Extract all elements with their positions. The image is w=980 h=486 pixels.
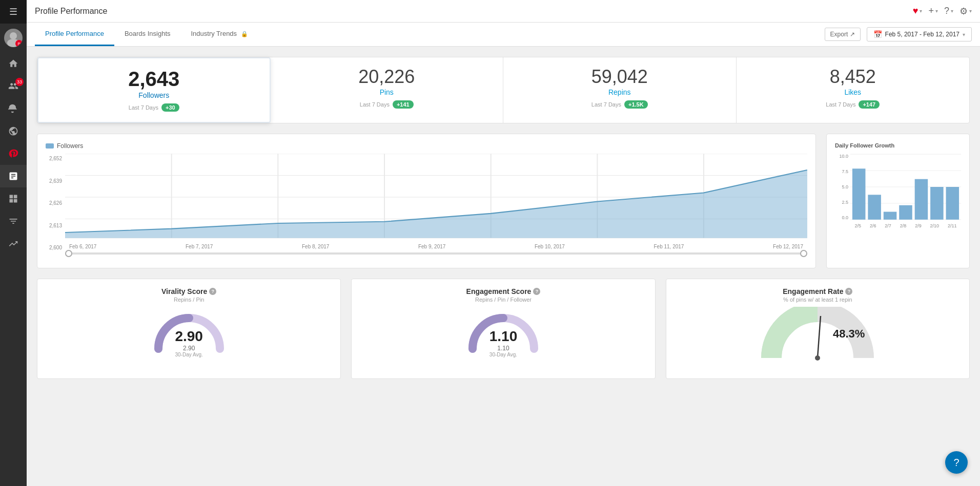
followers-badge: +30: [161, 103, 179, 112]
sidebar-item-discover[interactable]: [0, 120, 27, 142]
tabs: Profile Performance Boards Insights Indu…: [35, 23, 258, 46]
likes-value: 8,452: [747, 68, 959, 86]
lock-icon: 🔒: [241, 31, 248, 37]
followers-value: 2,643: [49, 69, 259, 89]
engagement-help-icon[interactable]: ?: [533, 288, 540, 295]
export-button[interactable]: Export ↗: [825, 28, 861, 41]
engagement-score-card: Engagement Score ? Repins / Pin / Follow…: [351, 279, 655, 379]
engagement-rate-subtitle: % of pins w/ at least 1 repin: [675, 297, 961, 303]
megaphone-icon: [8, 103, 18, 114]
virality-value: 2.90: [148, 328, 230, 345]
svg-point-27: [815, 355, 820, 361]
topbar-title: Profile Performance: [35, 7, 107, 16]
pinterest-icon: [8, 149, 18, 159]
scores-row: Virality Score ? Repins / Pin 2.90: [37, 279, 970, 379]
pins-footer: Last 7 Days +141: [281, 100, 493, 109]
help-fab[interactable]: ?: [945, 451, 968, 474]
sidebar-item-notifications[interactable]: [0, 97, 27, 120]
stat-pins: 20,226 Pins Last 7 Days +141: [271, 57, 504, 123]
svg-text:48.3%: 48.3%: [833, 327, 865, 340]
engagement-rate-title: Engagement Rate ?: [675, 287, 961, 295]
heart-action[interactable]: ♥ ▾: [913, 6, 923, 16]
svg-rect-21: [884, 212, 897, 220]
repins-period: Last 7 Days: [591, 101, 621, 108]
sidebar-item-pinterest[interactable]: [0, 142, 27, 165]
engagement-rate-help-icon[interactable]: ?: [845, 288, 852, 295]
engagement-rate-gauge-svg: 48.3%: [761, 307, 874, 368]
settings-action[interactable]: ⚙ ▾: [959, 6, 972, 17]
topbar-actions: ♥ ▾ + ▾ ? ▾ ⚙ ▾: [913, 6, 972, 17]
engagement-avg-label: 30-Day Avg.: [462, 352, 544, 357]
legend-label: Followers: [57, 142, 83, 150]
tab-profile-performance[interactable]: Profile Performance: [35, 23, 114, 46]
chart-legend: Followers: [46, 142, 807, 150]
engagement-avg: 1.10: [462, 345, 544, 352]
virality-title: Virality Score ?: [46, 287, 332, 295]
likes-label: Likes: [747, 88, 959, 96]
help-chevron: ▾: [951, 8, 953, 14]
main-chart-wrapper: Followers 2,652 2,639 2,626 2,613 2,600: [37, 134, 816, 268]
pins-value: 20,226: [281, 68, 493, 86]
virality-help-icon[interactable]: ?: [209, 288, 216, 295]
bar-x-labels: 2/5 2/6 2/7 2/8 2/9 2/10 2/11: [850, 223, 961, 228]
chart-right: Feb 6, 2017 Feb 7, 2017 Feb 8, 2017 Feb …: [65, 154, 807, 260]
virality-score-card: Virality Score ? Repins / Pin 2.90: [37, 279, 341, 379]
stats-row: 2,643 Followers Last 7 Days +30 20,226 P…: [37, 57, 970, 123]
main-area: Profile Performance ♥ ▾ + ▾ ? ▾ ⚙ ▾: [27, 0, 980, 486]
help-action[interactable]: ? ▾: [944, 6, 953, 16]
likes-footer: Last 7 Days +147: [747, 100, 959, 109]
bar-chart-svg: [850, 154, 961, 220]
sidebar-item-people[interactable]: 33: [0, 75, 27, 97]
sidebar-menu-button[interactable]: ☰: [0, 0, 27, 24]
heart-icon: ♥: [913, 6, 918, 16]
sidebar-item-home[interactable]: [0, 52, 27, 75]
svg-rect-24: [930, 187, 944, 220]
sidebar-item-filter[interactable]: [0, 210, 27, 233]
tab-boards-insights[interactable]: Boards Insights: [114, 23, 181, 46]
engagement-value: 1.10: [462, 328, 544, 345]
svg-rect-25: [946, 187, 959, 220]
people-badge: 33: [15, 78, 24, 86]
slider-handle-left[interactable]: [65, 250, 72, 257]
sidebar-item-analytics[interactable]: [0, 165, 27, 187]
likes-badge: +147: [859, 100, 880, 109]
slider-handle-right[interactable]: [800, 250, 807, 257]
x-axis-labels: Feb 6, 2017 Feb 7, 2017 Feb 8, 2017 Feb …: [65, 244, 807, 249]
plus-icon: +: [928, 6, 934, 16]
engagement-title: Engagement Score ?: [360, 287, 646, 295]
avatar[interactable]: P: [4, 29, 23, 47]
pins-badge: +141: [393, 100, 414, 109]
content-area: Profile Performance Boards Insights Indu…: [27, 23, 980, 486]
followers-label: Followers: [49, 91, 259, 99]
y-axis-labels: 2,652 2,639 2,626 2,613 2,600: [46, 154, 65, 260]
followers-period: Last 7 Days: [129, 104, 158, 111]
stat-likes: 8,452 Likes Last 7 Days +147: [737, 57, 970, 123]
stat-followers: 2,643 Followers Last 7 Days +30: [37, 57, 271, 123]
engagement-rate-gauge: 48.3%: [761, 307, 874, 370]
dashboard: 2,643 Followers Last 7 Days +30 20,226 P…: [27, 47, 980, 389]
stat-repins: 59,042 Repins Last 7 Days +1.5K: [503, 57, 737, 123]
chart-slider[interactable]: [65, 252, 807, 260]
svg-rect-20: [868, 195, 881, 220]
tab-industry-trends[interactable]: Industry Trends 🔒: [181, 23, 258, 46]
virality-avg: 2.90: [148, 345, 230, 352]
engagement-gauge: 1.10 1.10 30-Day Avg.: [462, 308, 544, 356]
date-range-button[interactable]: 📅 Feb 5, 2017 - Feb 12, 2017 ▾: [867, 27, 972, 41]
repins-value: 59,042: [514, 68, 726, 86]
fab-icon: ?: [953, 457, 959, 469]
hamburger-icon: ☰: [9, 6, 17, 17]
svg-rect-22: [899, 205, 912, 220]
plus-action[interactable]: + ▾: [928, 6, 938, 16]
virality-gauge: 2.90 2.90 30-Day Avg.: [148, 308, 230, 356]
avatar-badge: P: [15, 40, 23, 47]
engagement-rate-card: Engagement Rate ? % of pins w/ at least …: [666, 279, 970, 379]
filter-icon: [8, 216, 18, 226]
globe-icon: [8, 126, 18, 136]
sidebar-item-trending[interactable]: [0, 233, 27, 255]
side-chart-title: Daily Follower Growth: [835, 142, 961, 149]
svg-line-26: [818, 316, 821, 358]
virality-subtitle: Repins / Pin: [46, 297, 332, 303]
sidebar-item-grid[interactable]: [0, 187, 27, 210]
charts-row: Followers 2,652 2,639 2,626 2,613 2,600: [37, 134, 970, 268]
main-chart-svg: [65, 154, 807, 241]
